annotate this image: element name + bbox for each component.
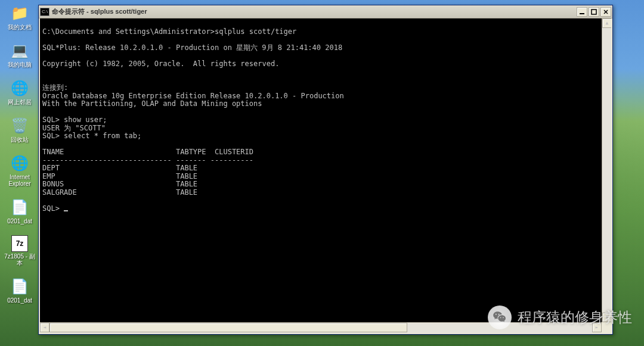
watermark: 程序猿的修身养性 [488, 306, 632, 329]
terminal-line: Oracle Database 10g Enterprise Edition R… [42, 92, 344, 100]
icon-label: 我的文档 [8, 24, 32, 30]
file-icon: 📄 [10, 277, 29, 296]
file-icon: 📄 [10, 198, 29, 217]
ie-icon: 🌐 [10, 154, 29, 173]
close-button[interactable] [600, 7, 611, 17]
wechat-icon [488, 306, 512, 329]
terminal-line: 连接到: [42, 83, 68, 92]
scroll-left-button[interactable]: ◄ [40, 323, 49, 332]
terminal-line: DEPT TABLE [42, 164, 197, 172]
svg-rect-0 [580, 13, 584, 14]
desktop-icon-7zip[interactable]: 7z 7z1805 - 副本 [4, 235, 36, 266]
icon-label: 我的电脑 [8, 61, 32, 68]
terminal-line: Copyright (c) 1982, 2005, Oracle. All ri… [42, 60, 279, 68]
terminal-line: C:\Documents and Settings\Administrator>… [42, 27, 296, 36]
terminal-cursor [64, 210, 68, 211]
archive-icon: 7z [11, 235, 28, 252]
terminal-line: With the Partitioning, OLAP and Data Min… [42, 99, 262, 108]
terminal-line: SQL*Plus: Release 10.2.0.1.0 - Productio… [42, 43, 342, 52]
cmd-icon: C:\ [40, 8, 49, 16]
terminal-line: BONUS TABLE [42, 180, 197, 188]
icon-label: 7z1805 - 副本 [4, 253, 36, 266]
icon-label: 回收站 [11, 136, 29, 143]
window-title: 命令提示符 - sqlplus scott/tiger [52, 7, 147, 16]
terminal-line: TNAME TABTYPE CLUSTERID [42, 148, 253, 156]
icon-label: 网上邻居 [8, 99, 32, 105]
desktop-icon-my-documents[interactable]: 📁 我的文档 [4, 4, 36, 30]
terminal-line: EMP TABLE [42, 172, 197, 180]
scrollbar-thumb[interactable] [49, 323, 407, 332]
window-titlebar[interactable]: C:\ 命令提示符 - sqlplus scott/tiger [39, 5, 612, 18]
scrollbar-track[interactable] [602, 28, 611, 313]
folder-icon: 📁 [10, 4, 29, 23]
trash-icon: 🗑️ [10, 116, 29, 135]
terminal-line: SQL> select * from tab; [42, 132, 141, 140]
network-icon: 🌐 [10, 79, 29, 98]
desktop-icons-column: 📁 我的文档 💻 我的电脑 🌐 网上邻居 🗑️ 回收站 🌐 Internet E… [4, 4, 36, 304]
terminal-line: ------------------------------ ------- -… [42, 156, 253, 164]
icon-label: 0201_dat [7, 297, 32, 304]
terminal-line: SALGRADE TABLE [42, 188, 197, 197]
svg-rect-1 [592, 10, 596, 14]
terminal-line: SQL> show user; [42, 116, 107, 124]
terminal-line: USER 为 "SCOTT" [42, 124, 106, 132]
terminal-output: C:\Documents and Settings\Administrator>… [42, 20, 600, 321]
desktop-icon-network[interactable]: 🌐 网上邻居 [4, 79, 36, 105]
desktop-icon-file-0201[interactable]: 📄 0201_dat [4, 198, 36, 225]
terminal-body[interactable]: C:\Documents and Settings\Administrator>… [39, 18, 612, 334]
command-prompt-window: C:\ 命令提示符 - sqlplus scott/tiger C:\Docum… [38, 5, 613, 335]
icon-label: Internet Explorer [4, 174, 36, 187]
terminal-prompt: SQL> [42, 204, 64, 213]
computer-icon: 💻 [10, 41, 29, 60]
icon-label: 0201_dat [7, 218, 32, 225]
desktop-icon-ie[interactable]: 🌐 Internet Explorer [4, 154, 36, 187]
desktop-icon-file-0201-2[interactable]: 📄 0201_dat [4, 277, 36, 304]
desktop-icon-recycle-bin[interactable]: 🗑️ 回收站 [4, 116, 36, 143]
watermark-text: 程序猿的修身养性 [518, 308, 632, 327]
maximize-button[interactable] [589, 7, 599, 17]
vertical-scrollbar[interactable]: ▲ ▼ [602, 18, 611, 322]
scroll-up-button[interactable]: ▲ [602, 18, 612, 28]
minimize-button[interactable] [577, 7, 587, 17]
desktop-icon-my-computer[interactable]: 💻 我的电脑 [4, 41, 36, 68]
